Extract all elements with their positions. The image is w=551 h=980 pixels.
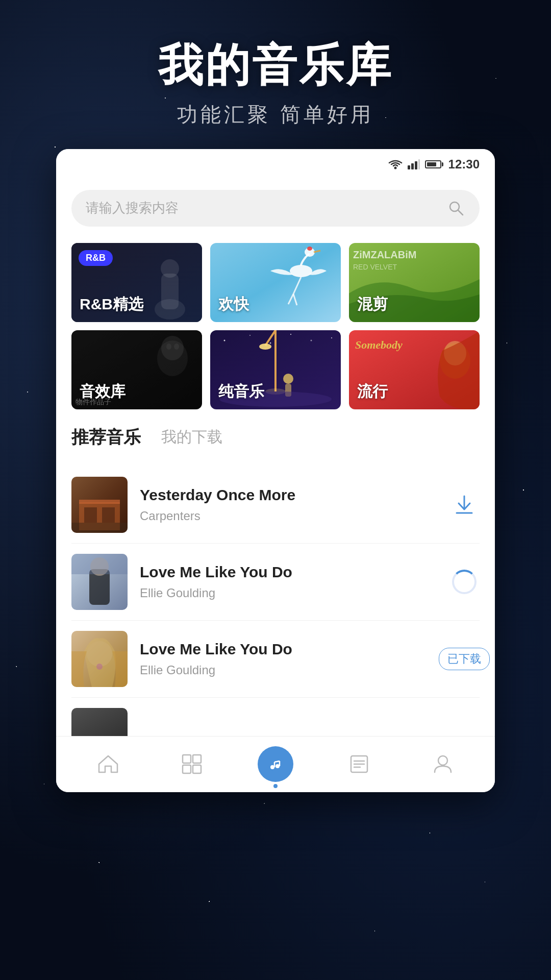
svg-rect-50 bbox=[79, 500, 120, 504]
signal-icon bbox=[408, 159, 420, 169]
nav-active-dot bbox=[273, 784, 278, 788]
loading-spinner-2 bbox=[452, 570, 477, 594]
somebody-text: Somebody bbox=[355, 338, 403, 352]
song-list: Yesterday Once More Carpenters bbox=[71, 467, 480, 736]
svg-point-35 bbox=[331, 337, 332, 338]
search-icon-wrap[interactable] bbox=[447, 199, 465, 217]
category-item-sfx[interactable]: 物件作品子 音效库 bbox=[71, 330, 202, 409]
svg-text:RED VELVET: RED VELVET bbox=[353, 263, 397, 271]
svg-point-31 bbox=[249, 335, 251, 336]
category-item-happy[interactable]: 欢快 bbox=[210, 243, 341, 322]
main-content: 请输入搜索内容 bbox=[56, 180, 495, 736]
song-item-3[interactable]: Love Me Like You Do Ellie Goulding 已下载 bbox=[71, 621, 480, 698]
svg-rect-61 bbox=[71, 708, 128, 736]
status-time: 12:30 bbox=[448, 157, 480, 172]
song-info-1: Yesterday Once More Carpenters bbox=[140, 486, 449, 523]
category-label-happy: 欢快 bbox=[210, 286, 341, 322]
category-item-rnb[interactable]: R&B R&B精选 bbox=[71, 243, 202, 322]
search-bar[interactable]: 请输入搜索内容 bbox=[71, 190, 480, 227]
search-placeholder: 请输入搜索内容 bbox=[86, 199, 447, 217]
svg-point-17 bbox=[307, 247, 312, 251]
song-item-partial bbox=[71, 698, 480, 736]
svg-rect-1 bbox=[408, 165, 410, 169]
partial-thumb-svg bbox=[71, 708, 128, 736]
thumb-svg-1 bbox=[71, 477, 128, 533]
svg-rect-48 bbox=[84, 507, 97, 523]
svg-point-0 bbox=[394, 166, 396, 169]
song-info-3: Love Me Like You Do Ellie Goulding bbox=[140, 641, 449, 677]
tabs-row: 推荐音乐 我的下载 bbox=[71, 426, 480, 452]
page-title: 我的音乐库 bbox=[0, 41, 551, 90]
music-active-wrap bbox=[258, 746, 293, 782]
category-label-mix: 混剪 bbox=[349, 286, 480, 322]
category-label-pop: 流行 bbox=[349, 373, 480, 409]
song-thumb-2 bbox=[71, 554, 128, 610]
svg-rect-57 bbox=[71, 554, 128, 574]
grid-icon bbox=[182, 754, 202, 774]
downloaded-badge-3: 已下载 bbox=[439, 648, 490, 670]
category-item-pop[interactable]: Somebody 流行 bbox=[349, 330, 480, 409]
category-label-pure: 纯音乐 bbox=[210, 373, 341, 409]
song-title-3: Love Me Like You Do bbox=[140, 641, 449, 658]
page-subtitle: 功能汇聚 简单好用 bbox=[0, 101, 551, 129]
tab-download[interactable]: 我的下载 bbox=[161, 427, 222, 451]
battery-icon bbox=[425, 160, 441, 168]
thumb-svg-2 bbox=[71, 554, 128, 610]
thumb-svg-3 bbox=[71, 631, 128, 687]
svg-point-12 bbox=[290, 265, 312, 277]
nav-item-profile[interactable] bbox=[401, 737, 485, 792]
song-action-3[interactable]: 已下载 bbox=[449, 644, 480, 674]
song-info-2: Love Me Like You Do Ellie Goulding bbox=[140, 564, 449, 600]
svg-point-38 bbox=[259, 344, 271, 350]
music-icon-active bbox=[266, 755, 285, 773]
song-artist-3: Ellie Goulding bbox=[140, 663, 449, 677]
song-artist-2: Ellie Goulding bbox=[140, 586, 449, 600]
svg-point-32 bbox=[270, 342, 271, 344]
tab-recommend[interactable]: 推荐音乐 bbox=[71, 426, 141, 452]
category-item-mix[interactable]: ZiMZALABiM RED VELVET 混剪 bbox=[349, 243, 480, 322]
home-icon bbox=[98, 755, 118, 773]
nav-item-grid[interactable] bbox=[150, 737, 234, 792]
nav-item-music[interactable] bbox=[234, 737, 317, 792]
song-action-2[interactable] bbox=[449, 567, 480, 597]
svg-rect-51 bbox=[71, 523, 128, 533]
search-icon bbox=[448, 200, 464, 216]
svg-point-33 bbox=[290, 334, 291, 335]
song-title-2: Love Me Like You Do bbox=[140, 564, 449, 581]
svg-rect-64 bbox=[183, 765, 191, 773]
svg-line-6 bbox=[458, 210, 463, 215]
header-area: 我的音乐库 功能汇聚 简单好用 bbox=[0, 0, 551, 149]
category-grid: R&B R&B精选 bbox=[71, 243, 480, 409]
svg-point-30 bbox=[224, 339, 226, 341]
rnb-badge: R&B bbox=[79, 250, 113, 266]
bottom-nav bbox=[56, 736, 495, 792]
download-icon-1 bbox=[454, 494, 475, 516]
song-artist-1: Carpenters bbox=[140, 509, 449, 523]
partial-thumb bbox=[71, 708, 128, 736]
svg-rect-3 bbox=[415, 161, 417, 169]
svg-rect-63 bbox=[193, 755, 201, 763]
svg-text:ZiMZALABiM: ZiMZALABiM bbox=[353, 249, 416, 260]
svg-point-60 bbox=[96, 664, 103, 670]
svg-rect-62 bbox=[183, 755, 191, 763]
category-item-pure[interactable]: 纯音乐 bbox=[210, 330, 341, 409]
song-action-1[interactable] bbox=[449, 489, 480, 520]
nav-item-home[interactable] bbox=[66, 737, 150, 792]
song-item-2[interactable]: Love Me Like You Do Ellie Goulding bbox=[71, 544, 480, 621]
category-label-rnb: R&B精选 bbox=[71, 286, 202, 322]
song-title-1: Yesterday Once More bbox=[140, 486, 449, 504]
nav-item-list[interactable] bbox=[317, 737, 401, 792]
phone-card: 12:30 请输入搜索内容 bbox=[56, 149, 495, 792]
svg-rect-2 bbox=[411, 163, 414, 169]
status-icons: 12:30 bbox=[388, 157, 480, 172]
svg-point-10 bbox=[161, 259, 179, 278]
svg-point-66 bbox=[267, 756, 284, 772]
svg-rect-4 bbox=[418, 159, 420, 169]
song-thumb-3 bbox=[71, 631, 128, 687]
category-label-sfx: 音效库 bbox=[71, 373, 202, 409]
svg-point-76 bbox=[438, 756, 447, 765]
status-bar: 12:30 bbox=[56, 149, 495, 180]
song-item-1[interactable]: Yesterday Once More Carpenters bbox=[71, 467, 480, 544]
svg-point-34 bbox=[311, 339, 312, 341]
song-thumb-1 bbox=[71, 477, 128, 533]
